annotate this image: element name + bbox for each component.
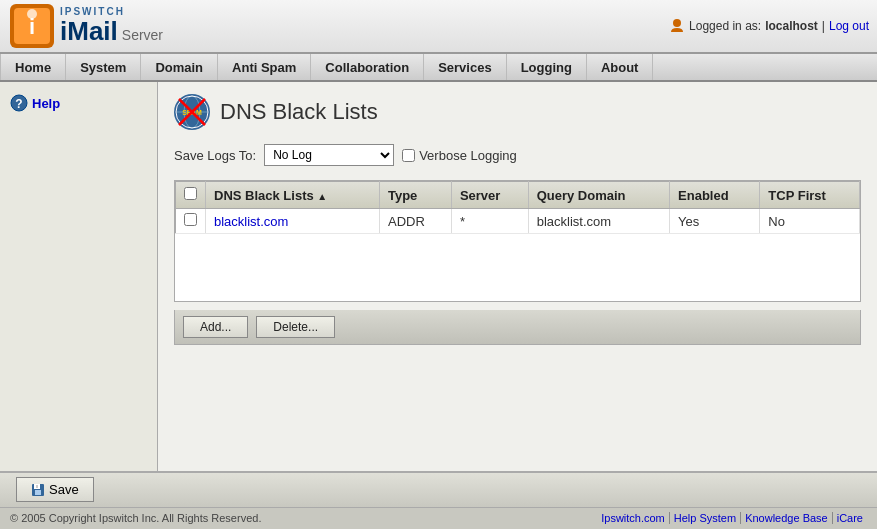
row-name-link[interactable]: blacklist.com	[214, 214, 288, 229]
footer-link-knowledge-base[interactable]: Knowledge Base	[741, 512, 833, 524]
col-name: DNS Black Lists ▲	[206, 182, 380, 209]
col-checkbox	[176, 182, 206, 209]
page-title: DNS Black Lists	[220, 99, 378, 125]
page-icon: SPAM	[174, 94, 210, 130]
footer-link-ipswitch[interactable]: Ipswitch.com	[597, 512, 670, 524]
row-server-cell: *	[451, 209, 528, 234]
row-tcp-first-cell: No	[760, 209, 860, 234]
verbose-logging-text: Verbose Logging	[419, 148, 517, 163]
nav-domain[interactable]: Domain	[141, 54, 218, 80]
verbose-logging-label[interactable]: Verbose Logging	[402, 148, 517, 163]
logo-imail: iMail	[60, 17, 118, 46]
col-tcp-first: TCP First	[760, 182, 860, 209]
form-row: Save Logs To: No Log Verbose Logging	[174, 144, 861, 166]
verbose-logging-checkbox[interactable]	[402, 149, 415, 162]
help-icon: ?	[10, 94, 28, 112]
copyright-text: © 2005 Copyright Ipswitch Inc. All Right…	[10, 512, 261, 524]
footer-link-help-system[interactable]: Help System	[670, 512, 741, 524]
top-strip: i IPSWITCH iMail Server Logged in as: lo…	[0, 0, 877, 54]
nav-home[interactable]: Home	[0, 54, 66, 80]
footer: © 2005 Copyright Ipswitch Inc. All Right…	[0, 507, 877, 529]
col-server: Server	[451, 182, 528, 209]
table-body: blacklist.com ADDR * blacklist.com Yes N…	[176, 209, 860, 234]
nav-antispam[interactable]: Anti Spam	[218, 54, 311, 80]
username-label: localhost	[765, 19, 818, 33]
row-enabled-cell: Yes	[670, 209, 760, 234]
row-query-domain-cell: blacklist.com	[528, 209, 669, 234]
svg-rect-16	[35, 490, 41, 495]
svg-point-4	[673, 19, 681, 27]
delete-button[interactable]: Delete...	[256, 316, 335, 338]
app-wrapper: i IPSWITCH iMail Server Logged in as: lo…	[0, 0, 877, 529]
user-icon	[669, 18, 685, 34]
table-footer: Add... Delete...	[174, 310, 861, 345]
table-scroll: DNS Black Lists ▲ Type Server Query Doma…	[175, 181, 860, 301]
separator: |	[822, 19, 825, 33]
help-link[interactable]: ? Help	[0, 90, 157, 116]
nav-logging[interactable]: Logging	[507, 54, 587, 80]
dns-black-lists-table: DNS Black Lists ▲ Type Server Query Doma…	[175, 181, 860, 234]
col-type: Type	[379, 182, 451, 209]
footer-link-icare[interactable]: iCare	[833, 512, 867, 524]
save-bar: Save	[0, 471, 877, 507]
nav-system[interactable]: System	[66, 54, 141, 80]
svg-text:?: ?	[15, 97, 22, 111]
logo-icon: i	[8, 2, 56, 50]
content-area: SPAM DNS Black Lists Save Logs To: No Lo…	[158, 82, 877, 471]
logo-server: Server	[122, 28, 163, 43]
svg-point-3	[27, 9, 37, 19]
logo-area: i IPSWITCH iMail Server	[8, 2, 163, 50]
page-title-row: SPAM DNS Black Lists	[174, 94, 861, 130]
nav-strip: Home System Domain Anti Spam Collaborati…	[0, 54, 877, 82]
nav-collaboration[interactable]: Collaboration	[311, 54, 424, 80]
help-label: Help	[32, 96, 60, 111]
select-all-checkbox[interactable]	[184, 187, 197, 200]
table-container: DNS Black Lists ▲ Type Server Query Doma…	[174, 180, 861, 302]
row-type-cell: ADDR	[379, 209, 451, 234]
nav-services[interactable]: Services	[424, 54, 507, 80]
table-row: blacklist.com ADDR * blacklist.com Yes N…	[176, 209, 860, 234]
logo-text: IPSWITCH iMail Server	[60, 6, 163, 46]
svg-rect-17	[36, 485, 38, 488]
sidebar: ? Help	[0, 82, 158, 471]
logout-link[interactable]: Log out	[829, 19, 869, 33]
row-checkbox[interactable]	[184, 213, 197, 226]
save-logs-label: Save Logs To:	[174, 148, 256, 163]
add-button[interactable]: Add...	[183, 316, 248, 338]
col-query-domain: Query Domain	[528, 182, 669, 209]
spam-icon: SPAM	[174, 94, 210, 130]
table-header-row: DNS Black Lists ▲ Type Server Query Doma…	[176, 182, 860, 209]
col-enabled: Enabled	[670, 182, 760, 209]
save-logs-select[interactable]: No Log	[264, 144, 394, 166]
main-layout: ? Help SPAM	[0, 82, 877, 471]
save-button[interactable]: Save	[16, 477, 94, 502]
save-label: Save	[49, 482, 79, 497]
footer-links: Ipswitch.com Help System Knowledge Base …	[597, 512, 867, 524]
user-info: Logged in as: localhost | Log out	[669, 18, 869, 34]
row-name-cell: blacklist.com	[206, 209, 380, 234]
nav-about[interactable]: About	[587, 54, 654, 80]
row-checkbox-cell	[176, 209, 206, 234]
logged-in-label: Logged in as:	[689, 19, 761, 33]
save-icon	[31, 483, 45, 497]
sort-arrow-icon: ▲	[317, 191, 327, 202]
